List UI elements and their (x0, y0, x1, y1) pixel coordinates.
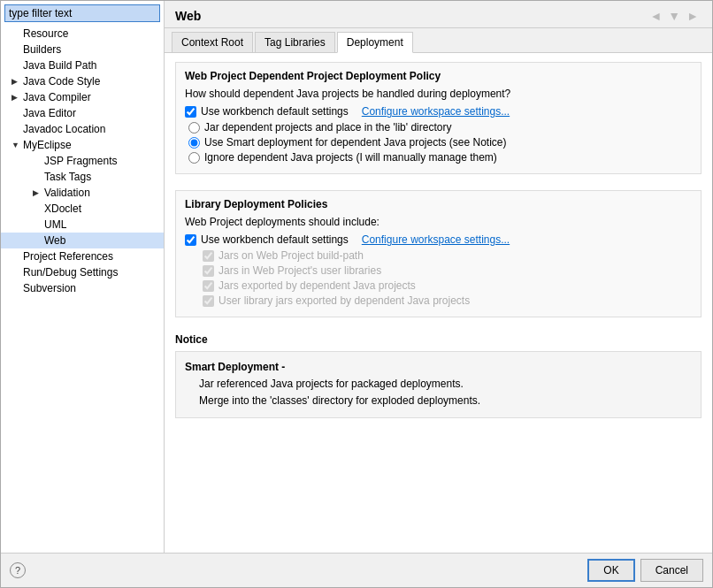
workbench-default-label: Use workbench default settings (201, 105, 349, 118)
section2-title: Library Deployment Policies (185, 198, 692, 210)
workbench-default-row: Use workbench default settings Configure… (185, 105, 692, 118)
sidebar-item-builders[interactable]: Builders (1, 42, 164, 57)
nav-arrows: ◄ ▼ ► (647, 8, 702, 24)
workbench-default-checkbox2[interactable] (185, 234, 196, 246)
sidebar-item-web[interactable]: Web (1, 233, 164, 248)
sidebar-item-project-references[interactable]: Project References (1, 248, 164, 264)
jar-dep-label: Jar dependent projects and place in the … (204, 121, 451, 134)
sidebar-item-java-compiler[interactable]: ▶ Java Compiler (1, 89, 164, 105)
sidebar-item-task-tags[interactable]: Task Tags (1, 169, 164, 185)
sidebar-label-web: Web (44, 234, 65, 247)
jars-exported-checkbox[interactable] (203, 280, 214, 292)
user-lib-jars-label: User library jars exported by dependent … (218, 294, 470, 307)
jars-exported-row: Jars exported by dependent Java projects (203, 279, 692, 292)
section2-question: Web Project deployments should include: (185, 216, 692, 228)
workbench-default-label2: Use workbench default settings (201, 233, 349, 246)
jars-build-path-label: Jars on Web Project build-path (218, 249, 364, 262)
tab-context-root[interactable]: Context Root (172, 32, 253, 52)
section1-title: Web Project Dependent Project Deployment… (185, 70, 692, 82)
sidebar-item-uml[interactable]: UML (1, 217, 164, 233)
user-lib-jars-checkbox[interactable] (203, 295, 214, 307)
sidebar: Resource Builders Java Build Path ▶ Java… (1, 1, 165, 553)
sidebar-item-java-code-style[interactable]: ▶ Java Code Style (1, 73, 164, 89)
action-buttons: OK Cancel (587, 559, 703, 582)
section1-question: How should dependent Java projects be ha… (185, 88, 692, 100)
collapse-icon: ▼ (12, 141, 20, 149)
jars-build-path-checkbox[interactable] (203, 250, 214, 262)
sidebar-label-validation: Validation (44, 187, 90, 199)
tab-tag-libraries[interactable]: Tag Libraries (255, 32, 335, 52)
workbench-default-row2: Use workbench default settings Configure… (185, 233, 692, 246)
sidebar-item-xdoclet[interactable]: XDoclet (1, 201, 164, 217)
notice-line1: Jar referenced Java projects for package… (199, 376, 692, 393)
content-header: Web ◄ ▼ ► (165, 1, 712, 28)
nav-back-button[interactable]: ◄ (647, 8, 664, 24)
ignore-dep-label: Ignore dependent Java projects (I will m… (204, 151, 497, 164)
help-button[interactable]: ? (10, 562, 26, 578)
notice-title: Notice (175, 333, 702, 346)
section-library-policies: Library Deployment Policies Web Project … (175, 190, 702, 317)
sidebar-label-javadoc-location: Javadoc Location (23, 123, 105, 135)
sidebar-item-java-editor[interactable]: Java Editor (1, 105, 164, 121)
sidebar-item-javadoc-location[interactable]: Javadoc Location (1, 121, 164, 137)
tabs-bar: Context Root Tag Libraries Deployment (165, 28, 712, 53)
filter-input[interactable] (4, 4, 160, 22)
sidebar-label-project-references: Project References (23, 250, 113, 263)
sidebar-label-java-editor: Java Editor (23, 107, 76, 119)
page-title: Web (175, 9, 201, 23)
smart-deploy-label: Use Smart deployment for dependent Java … (204, 136, 507, 149)
sidebar-label-xdoclet: XDoclet (44, 202, 81, 215)
notice-line2: Merge into the 'classes' directory for e… (199, 393, 692, 409)
jar-dep-radio[interactable] (188, 122, 200, 134)
sidebar-label-builders: Builders (23, 43, 61, 56)
bottom-bar: ? OK Cancel (1, 553, 712, 587)
sidebar-label-java-code-style: Java Code Style (23, 75, 100, 88)
jar-dep-row: Jar dependent projects and place in the … (188, 121, 692, 134)
content-panel: Web ◄ ▼ ► Context Root Tag Libraries Dep… (165, 1, 712, 553)
dialog-body: Resource Builders Java Build Path ▶ Java… (1, 1, 712, 553)
help-label: ? (15, 565, 20, 576)
sidebar-label-task-tags: Task Tags (44, 171, 91, 183)
notice-section: Notice Smart Deployment - Jar referenced… (175, 333, 702, 418)
configure-workspace-link2[interactable]: Configure workspace settings... (362, 233, 510, 246)
configure-workspace-link1[interactable]: Configure workspace settings... (362, 105, 510, 118)
sidebar-label-jsp-fragments: JSP Fragments (44, 155, 117, 167)
notice-subtitle: Smart Deployment - (185, 359, 692, 376)
sidebar-item-myeclipse[interactable]: ▼ MyEclipse (1, 137, 164, 153)
sidebar-label-java-build-path: Java Build Path (23, 59, 96, 72)
expand-icon: ▶ (12, 93, 20, 102)
workbench-default-checkbox[interactable] (185, 106, 196, 118)
sidebar-label-myeclipse: MyEclipse (23, 139, 72, 151)
sidebar-label-run-debug-settings: Run/Debug Settings (23, 266, 118, 279)
sidebar-label-subversion: Subversion (23, 282, 76, 294)
jars-exported-label: Jars exported by dependent Java projects (218, 279, 416, 292)
ignore-dep-radio[interactable] (188, 152, 200, 164)
content-area: Web Project Dependent Project Deployment… (165, 53, 712, 553)
sidebar-item-resource[interactable]: Resource (1, 26, 164, 42)
sidebar-item-validation[interactable]: ▶ Validation (1, 185, 164, 201)
ok-button[interactable]: OK (587, 559, 634, 582)
main-dialog: Resource Builders Java Build Path ▶ Java… (0, 0, 713, 588)
cancel-button[interactable]: Cancel (640, 559, 703, 582)
nav-sep: ▼ (668, 9, 680, 23)
jars-user-libs-label: Jars in Web Project's user libraries (218, 264, 381, 277)
sidebar-label-java-compiler: Java Compiler (23, 91, 91, 103)
section-deployment-policy: Web Project Dependent Project Deployment… (175, 62, 702, 174)
ignore-dep-row: Ignore dependent Java projects (I will m… (188, 151, 692, 164)
smart-deploy-radio[interactable] (188, 137, 200, 149)
jars-user-libs-row: Jars in Web Project's user libraries (203, 264, 692, 277)
expand-icon: ▶ (33, 188, 42, 197)
jars-build-path-row: Jars on Web Project build-path (203, 249, 692, 262)
sidebar-label-uml: UML (44, 218, 66, 231)
sidebar-label-resource: Resource (23, 27, 68, 40)
sidebar-item-java-build-path[interactable]: Java Build Path (1, 57, 164, 73)
jars-user-libs-checkbox[interactable] (203, 265, 214, 277)
tab-deployment[interactable]: Deployment (337, 32, 413, 53)
notice-box: Smart Deployment - Jar referenced Java p… (175, 351, 702, 418)
nav-forward-button[interactable]: ► (684, 8, 702, 24)
expand-icon: ▶ (12, 77, 20, 86)
sidebar-item-jsp-fragments[interactable]: JSP Fragments (1, 153, 164, 169)
sidebar-item-subversion[interactable]: Subversion (1, 280, 164, 296)
sidebar-item-run-debug-settings[interactable]: Run/Debug Settings (1, 264, 164, 280)
user-lib-jars-row: User library jars exported by dependent … (203, 294, 692, 307)
